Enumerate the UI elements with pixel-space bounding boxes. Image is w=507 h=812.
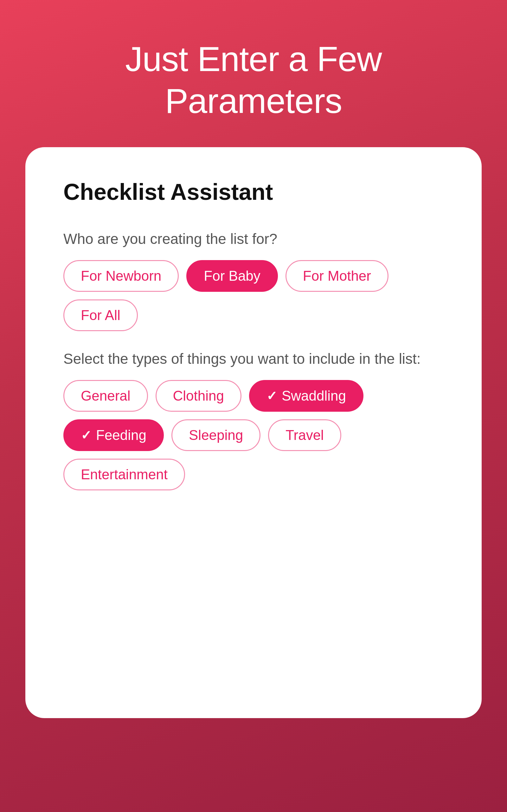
types-chips-row: General Clothing ✓ Swaddling ✓ Feeding S… (63, 380, 444, 490)
swaddling-check-icon: ✓ (267, 389, 277, 403)
card-title: Checklist Assistant (63, 179, 444, 205)
chip-travel-label: Travel (285, 427, 324, 443)
chip-entertainment-label: Entertainment (81, 467, 168, 483)
page-title: Just Enter a Few Parameters (25, 38, 482, 122)
audience-label: Who are you creating the list for? (63, 230, 444, 247)
title-line2: Parameters (165, 81, 342, 120)
chip-for-all[interactable]: For All (63, 299, 138, 331)
chip-for-mother[interactable]: For Mother (285, 260, 389, 292)
audience-chips-row: For Newborn For Baby For Mother For All (63, 260, 444, 331)
chip-swaddling-label: Swaddling (282, 388, 346, 404)
chip-travel[interactable]: Travel (268, 419, 341, 451)
chip-for-baby-label: For Baby (204, 268, 261, 284)
title-line1: Just Enter a Few (125, 39, 382, 78)
header-section: Just Enter a Few Parameters (25, 0, 482, 147)
chip-swaddling[interactable]: ✓ Swaddling (249, 380, 363, 412)
chip-general-label: General (81, 388, 130, 404)
chip-sleeping[interactable]: Sleeping (171, 419, 261, 451)
chip-clothing[interactable]: Clothing (156, 380, 241, 412)
chip-for-baby[interactable]: For Baby (186, 260, 278, 292)
chip-general[interactable]: General (63, 380, 148, 412)
chip-clothing-label: Clothing (173, 388, 224, 404)
audience-section: Who are you creating the list for? For N… (63, 230, 444, 331)
chip-entertainment[interactable]: Entertainment (63, 459, 185, 490)
chip-feeding[interactable]: ✓ Feeding (63, 419, 164, 451)
chip-sleeping-label: Sleeping (189, 427, 243, 443)
chip-feeding-label: Feeding (96, 427, 147, 443)
types-label: Select the types of things you want to i… (63, 350, 444, 367)
main-card: Checklist Assistant Who are you creating… (25, 147, 482, 718)
feeding-check-icon: ✓ (81, 428, 92, 443)
chip-for-newborn-label: For Newborn (81, 268, 161, 284)
chip-for-mother-label: For Mother (303, 268, 371, 284)
chip-for-newborn[interactable]: For Newborn (63, 260, 179, 292)
types-section: Select the types of things you want to i… (63, 350, 444, 490)
chip-for-all-label: For All (81, 307, 120, 323)
